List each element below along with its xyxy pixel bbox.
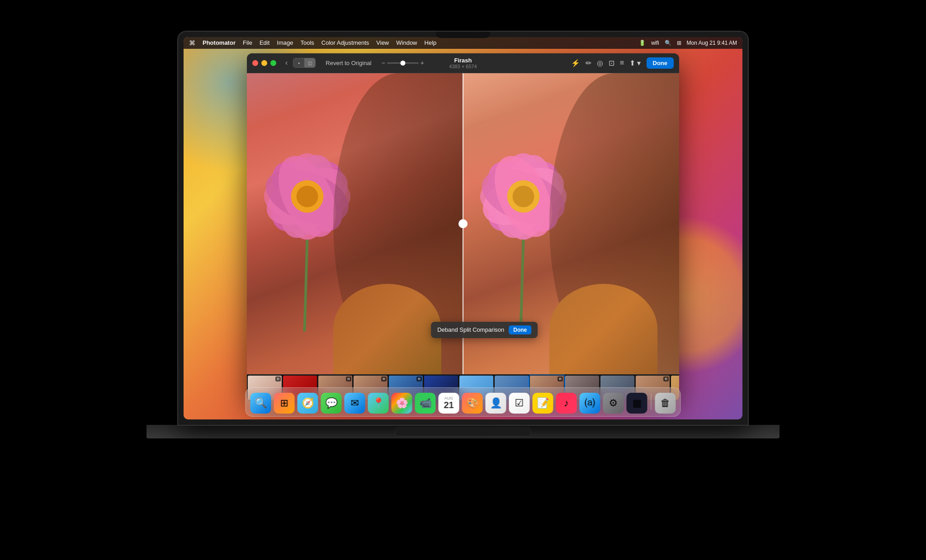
file-menu[interactable]: File xyxy=(243,39,252,46)
zoom-control: − + xyxy=(381,59,424,66)
file-dimensions: 4383 × 6574 xyxy=(449,64,477,69)
revert-to-original-button[interactable]: Revert to Original xyxy=(323,59,374,67)
dock-app-photos[interactable]: 🌸 xyxy=(392,393,412,414)
magic-wand-icon[interactable]: ⚡ xyxy=(571,59,580,67)
apple-menu-icon[interactable]: ⌘ xyxy=(189,39,195,47)
dock-app-finder[interactable]: 🔍 xyxy=(250,393,271,414)
help-menu[interactable]: Help xyxy=(425,39,437,46)
search-icon[interactable]: 🔍 xyxy=(665,40,671,46)
svg-line-21 xyxy=(521,240,524,331)
thumb-badge: R xyxy=(381,376,387,381)
minimize-button[interactable] xyxy=(261,60,267,66)
view-menu[interactable]: View xyxy=(376,39,389,46)
screen-bezel: ⌘ Photomator File Edit Image Tools Color… xyxy=(178,32,748,425)
crop-icon[interactable]: ⊡ xyxy=(609,59,614,67)
share-dropdown-icon[interactable]: ⬆ ▾ xyxy=(629,59,641,67)
dock-app-systemprefs[interactable]: ⚙ xyxy=(603,393,624,414)
split-handle[interactable] xyxy=(458,219,468,228)
thumb-badge: R xyxy=(275,376,281,381)
controlcenter-icon[interactable]: ⊞ xyxy=(677,40,681,46)
svg-point-20 xyxy=(513,186,534,207)
done-button[interactable]: Done xyxy=(647,57,674,69)
close-button[interactable] xyxy=(252,60,258,66)
dock-app-calendar[interactable]: AUG21 xyxy=(439,393,459,414)
dock-app-appstore[interactable]: ⒜ xyxy=(580,393,600,414)
dock-divider xyxy=(651,394,652,410)
menubar: ⌘ Photomator File Edit Image Tools Color… xyxy=(184,37,742,49)
tooltip-done-button[interactable]: Done xyxy=(509,325,531,334)
back-button[interactable]: ‹ xyxy=(283,58,289,68)
svg-point-9 xyxy=(297,186,318,207)
markup-icon[interactable]: ✏ xyxy=(586,59,591,67)
dock-app-maps[interactable]: 📍 xyxy=(368,393,389,414)
titlebar-nav: ‹ ▪ ◫ Revert to Original − + xyxy=(283,58,424,68)
tooltip-text: Deband Split Comparison xyxy=(437,326,504,333)
view-toggle: ▪ ◫ xyxy=(293,58,316,68)
thumb-badge: R xyxy=(346,376,351,381)
dock-app-istatmenus[interactable]: ▦ xyxy=(627,393,647,414)
shoulder-right xyxy=(549,284,657,374)
dock: 🔍⊞🧭💬✉📍🌸📹AUG21🎨👤☑📝♪⒜⚙▦🗑 xyxy=(246,387,681,417)
file-name: Firash xyxy=(449,57,477,64)
thumb-badge: R xyxy=(416,376,422,381)
thumb-badge: R xyxy=(557,376,563,381)
maximize-button[interactable] xyxy=(270,60,276,66)
datetime: Mon Aug 21 9:41 AM xyxy=(687,40,737,46)
battery-icon: 🔋 xyxy=(639,40,646,46)
screen: ⌘ Photomator File Edit Image Tools Color… xyxy=(184,37,742,419)
dock-app-launchpad[interactable]: ⊞ xyxy=(274,393,295,414)
menubar-right: 🔋 wifi 🔍 ⊞ Mon Aug 21 9:41 AM xyxy=(639,40,737,46)
adjustments-list-icon[interactable]: ≡ xyxy=(620,59,624,67)
circle-tool-icon[interactable]: ◎ xyxy=(597,59,603,67)
zoom-slider[interactable] xyxy=(387,62,419,64)
dock-app-trash[interactable]: 🗑 xyxy=(655,393,676,414)
titlebar-tools: ⚡ ✏ ◎ ⊡ ≡ ⬆ ▾ Done xyxy=(571,57,674,69)
window-menu[interactable]: Window xyxy=(396,39,417,46)
svg-line-10 xyxy=(305,240,307,331)
zoom-slider-thumb xyxy=(400,61,405,66)
photomator-window: ‹ ▪ ◫ Revert to Original − + xyxy=(247,53,679,401)
dock-app-safari[interactable]: 🧭 xyxy=(298,393,318,414)
dock-app-facetime[interactable]: 📹 xyxy=(415,393,436,414)
color-adjustments-menu[interactable]: Color Adjustments xyxy=(321,39,369,46)
dock-app-reminders[interactable]: ☑ xyxy=(509,393,530,414)
dock-app-mail[interactable]: ✉ xyxy=(345,393,365,414)
tools-menu[interactable]: Tools xyxy=(300,39,314,46)
thumb-badge: R xyxy=(663,376,669,381)
camera-notch xyxy=(436,32,490,38)
titlebar-center: Firash 4383 × 6574 xyxy=(449,57,477,69)
wifi-icon: wifi xyxy=(651,40,659,46)
app-name-menu[interactable]: Photomator xyxy=(203,39,236,46)
dock-app-colorui[interactable]: 🎨 xyxy=(462,393,483,414)
single-view-button[interactable]: ▪ xyxy=(293,58,304,67)
shoulder-left xyxy=(333,284,441,374)
zoom-out-button[interactable]: − xyxy=(381,59,385,66)
dock-app-messages[interactable]: 💬 xyxy=(321,393,342,414)
split-view-button[interactable]: ◫ xyxy=(304,58,315,67)
chassis-bottom xyxy=(146,425,780,438)
trackpad xyxy=(395,427,531,436)
image-menu[interactable]: Image xyxy=(277,39,293,46)
window-controls xyxy=(252,60,276,66)
zoom-in-button[interactable]: + xyxy=(420,59,424,66)
dock-app-notes[interactable]: 📝 xyxy=(533,393,553,414)
tooltip-deband: Deband Split Comparison Done xyxy=(431,322,538,338)
titlebar: ‹ ▪ ◫ Revert to Original − + xyxy=(247,53,679,73)
macbook: ⌘ Photomator File Edit Image Tools Color… xyxy=(146,32,780,529)
dock-app-contacts[interactable]: 👤 xyxy=(486,393,506,414)
image-area: Deband Split Comparison Done xyxy=(247,73,679,374)
dock-app-music[interactable]: ♪ xyxy=(556,393,577,414)
edit-menu[interactable]: Edit xyxy=(260,39,269,46)
menubar-left: ⌘ Photomator File Edit Image Tools Color… xyxy=(189,39,436,47)
